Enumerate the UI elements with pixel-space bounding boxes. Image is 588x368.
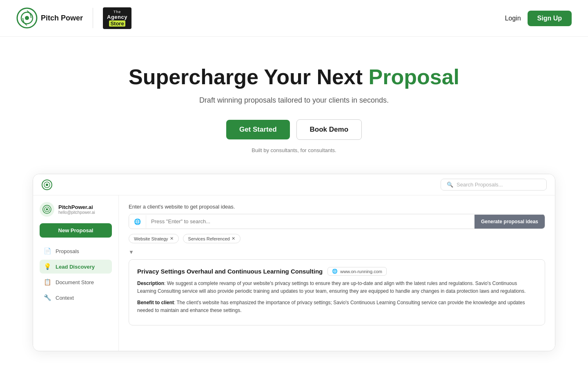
tag-services-referenced[interactable]: Services Referenced ✕ (183, 234, 241, 243)
navbar-right: Login Sign Up (505, 11, 572, 26)
avatar-icon (42, 204, 52, 214)
login-button[interactable]: Login (505, 15, 521, 22)
svg-point-5 (46, 184, 48, 186)
svg-point-2 (25, 16, 29, 20)
tag-website-strategy-label: Website Strategy (134, 236, 168, 241)
navbar-left: Pitch Power The Agency Store (16, 7, 131, 29)
sidebar-item-document-store-label: Document Store (56, 279, 94, 285)
proposal-card-description: Description: We suggest a complete revam… (137, 280, 537, 295)
tag-website-strategy[interactable]: Website Strategy ✕ (129, 234, 179, 243)
new-proposal-button[interactable]: New Proposal (40, 223, 112, 238)
globe-icon: 🌐 (129, 215, 146, 228)
tag-row: Website Strategy ✕ Services Referenced ✕ (129, 234, 545, 243)
sidebar-nav: 📄 Proposals 💡 Lead Discovery 📋 Document … (40, 244, 112, 305)
generate-proposals-button[interactable]: Generate proposal ideas (474, 215, 545, 229)
domain-globe-icon: 🌐 (332, 269, 338, 274)
avatar (40, 202, 54, 217)
sidebar-item-context[interactable]: 🔧 Context (40, 291, 112, 305)
url-input-row: 🌐 Generate proposal ideas (129, 214, 545, 229)
navbar: Pitch Power The Agency Store Login Sign … (0, 0, 588, 37)
hero-section: Supercharge Your Next Proposal Draft win… (0, 37, 588, 174)
search-bar[interactable]: 🔍 Search Proposals... (441, 179, 547, 191)
benefit-label: Benefit to client (137, 300, 174, 305)
context-icon: 🔧 (44, 294, 51, 301)
sidebar-profile-info: PitchPower.ai hello@pitchpower.ai (58, 204, 95, 215)
agency-store-logo: The Agency Store (103, 7, 131, 29)
agency-store-store: Store (109, 20, 125, 27)
proposal-card-header: Privacy Settings Overhaul and Continuous… (137, 267, 537, 276)
hero-tagline: Built by consultants, for consultants. (16, 147, 572, 153)
hero-buttons: Get Started Book Demo (16, 119, 572, 140)
app-topbar: 🔍 Search Proposals... (33, 174, 555, 195)
search-placeholder: Search Proposals... (457, 182, 503, 188)
agency-store-agency: Agency (107, 14, 127, 20)
tag-services-referenced-label: Services Referenced (188, 236, 230, 241)
proposal-card-benefit: Benefit to client: The client's website … (137, 299, 537, 314)
sidebar-profile-name: PitchPower.ai (58, 204, 95, 210)
main-content: Enter a client's website to get proposal… (119, 195, 555, 351)
sidebar-item-lead-discovery-label: Lead Discovery (56, 264, 95, 270)
signup-button[interactable]: Sign Up (528, 11, 572, 26)
proposals-icon: 📄 (44, 247, 51, 255)
sidebar: PitchPower.ai hello@pitchpower.ai New Pr… (33, 195, 119, 351)
proposal-card: Privacy Settings Overhaul and Continuous… (129, 259, 545, 325)
hero-title-highlight: Proposal (369, 65, 460, 89)
hero-title: Supercharge Your Next Proposal (16, 65, 572, 89)
lead-discovery-icon: 💡 (44, 263, 51, 270)
document-store-icon: 📋 (44, 278, 51, 286)
proposal-card-domain-text: www.on-running.com (340, 269, 382, 274)
app-body: PitchPower.ai hello@pitchpower.ai New Pr… (33, 195, 555, 351)
book-demo-button[interactable]: Book Demo (296, 119, 362, 140)
app-topbar-logo-icon (41, 179, 53, 191)
tag-website-strategy-remove-icon: ✕ (170, 236, 174, 241)
proposal-card-title: Privacy Settings Overhaul and Continuous… (137, 268, 323, 275)
filter-icon: ▼ (129, 249, 545, 255)
input-label: Enter a client's website to get proposal… (129, 204, 545, 210)
brand-name: Pitch Power (41, 14, 83, 23)
svg-point-8 (46, 209, 48, 211)
sidebar-profile-email: hello@pitchpower.ai (58, 210, 95, 215)
tag-services-referenced-remove-icon: ✕ (232, 236, 235, 241)
description-text: We suggest a complete revamp of your web… (137, 280, 526, 294)
description-label: Description (137, 280, 164, 286)
app-preview: 🔍 Search Proposals... PitchPower.ai hell… (33, 174, 555, 351)
benefit-text: The client's website has emphasized the … (137, 300, 525, 313)
hero-subtitle: Draft winning proposals tailored to your… (16, 96, 572, 105)
hero-title-part1: Supercharge Your Next (129, 65, 369, 89)
sidebar-item-lead-discovery[interactable]: 💡 Lead Discovery (40, 260, 112, 274)
get-started-button[interactable]: Get Started (226, 120, 290, 139)
sidebar-item-context-label: Context (56, 295, 74, 301)
sidebar-item-proposals-label: Proposals (56, 248, 79, 254)
sidebar-profile: PitchPower.ai hello@pitchpower.ai (40, 202, 112, 217)
proposal-card-domain[interactable]: 🌐 www.on-running.com (327, 267, 387, 276)
search-icon: 🔍 (447, 182, 453, 188)
navbar-divider (93, 8, 93, 28)
sidebar-item-proposals[interactable]: 📄 Proposals (40, 244, 112, 258)
url-input[interactable] (146, 214, 474, 229)
pitch-power-logo: Pitch Power (16, 7, 83, 29)
brand-name-block: Pitch Power (41, 14, 83, 23)
agency-store-the: The (114, 10, 121, 14)
sidebar-item-document-store[interactable]: 📋 Document Store (40, 275, 112, 289)
pitch-power-icon (16, 7, 38, 29)
